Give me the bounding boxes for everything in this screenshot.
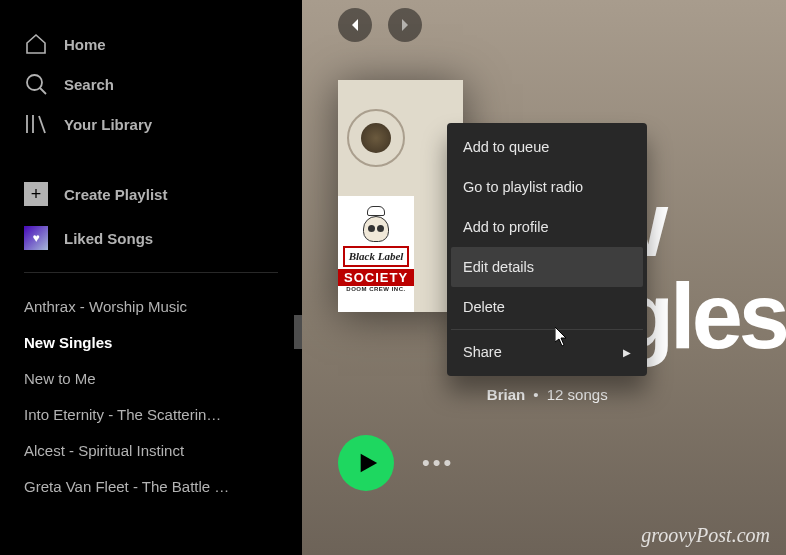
- playlist-owner[interactable]: Brian: [487, 386, 525, 403]
- sidebar-nav-secondary: + Create Playlist ♥ Liked Songs: [0, 172, 302, 260]
- playlist-controls: •••: [338, 435, 786, 491]
- home-icon: [24, 32, 48, 56]
- menu-edit-details[interactable]: Edit details: [451, 247, 643, 287]
- sidebar: Home Search Your Library + Create Playli…: [0, 0, 302, 555]
- more-options-button[interactable]: •••: [422, 450, 454, 476]
- library-icon: [24, 112, 48, 136]
- playlist-item[interactable]: New to Me: [24, 361, 278, 397]
- liked-songs[interactable]: ♥ Liked Songs: [24, 216, 278, 260]
- sidebar-nav-main: Home Search Your Library: [0, 24, 302, 144]
- plus-icon: +: [24, 182, 48, 206]
- create-playlist[interactable]: + Create Playlist: [24, 172, 278, 216]
- menu-share-label: Share: [463, 344, 502, 360]
- scrollbar-thumb[interactable]: [294, 315, 302, 349]
- create-playlist-label: Create Playlist: [64, 186, 167, 203]
- liked-songs-label: Liked Songs: [64, 230, 153, 247]
- chevron-left-icon: [347, 17, 363, 33]
- history-nav: [338, 8, 786, 42]
- playlist-item[interactable]: Alcest - Spiritual Instinct: [24, 433, 278, 469]
- cover-tile-3-text2: SOCIETY: [338, 269, 414, 286]
- playlist-item[interactable]: New Singles: [24, 325, 278, 361]
- watermark: groovyPost.com: [641, 524, 770, 547]
- cover-tile-3-sub: DOOM CREW INC.: [346, 286, 405, 292]
- nav-forward-button[interactable]: [388, 8, 422, 42]
- heart-icon: ♥: [24, 226, 48, 250]
- playlist-item[interactable]: Into Eternity - The Scatterin…: [24, 397, 278, 433]
- search-icon: [24, 72, 48, 96]
- cover-tile-1: [338, 80, 414, 196]
- svg-line-1: [40, 88, 46, 94]
- nav-library[interactable]: Your Library: [24, 104, 278, 144]
- playlist-item[interactable]: Greta Van Fleet - The Battle …: [24, 469, 278, 505]
- menu-share[interactable]: Share ▶: [451, 332, 643, 372]
- nav-search-label: Search: [64, 76, 114, 93]
- svg-line-4: [39, 116, 45, 133]
- playlist-item[interactable]: Anthrax - Worship Music: [24, 289, 278, 325]
- playlist-meta: Brian • 12 songs: [487, 386, 786, 403]
- meta-separator: •: [533, 386, 538, 403]
- menu-go-to-radio[interactable]: Go to playlist radio: [451, 167, 643, 207]
- menu-add-to-queue[interactable]: Add to queue: [451, 127, 643, 167]
- nav-home[interactable]: Home: [24, 24, 278, 64]
- menu-divider: [451, 329, 643, 330]
- playlist-song-count: 12 songs: [547, 386, 608, 403]
- play-icon: [357, 452, 379, 474]
- cover-tile-3: Black Label SOCIETY DOOM CREW INC.: [338, 196, 414, 312]
- nav-home-label: Home: [64, 36, 106, 53]
- sidebar-divider: [24, 272, 278, 273]
- nav-search[interactable]: Search: [24, 64, 278, 104]
- chevron-right-icon: ▶: [623, 347, 631, 358]
- app-root: Home Search Your Library + Create Playli…: [0, 0, 786, 555]
- playlist-cover[interactable]: Black Label SOCIETY DOOM CREW INC.: [338, 80, 463, 312]
- playlist-list: Anthrax - Worship Music New Singles New …: [0, 281, 302, 505]
- nav-back-button[interactable]: [338, 8, 372, 42]
- menu-delete[interactable]: Delete: [451, 287, 643, 327]
- context-menu: Add to queue Go to playlist radio Add to…: [447, 123, 647, 376]
- svg-point-0: [27, 75, 42, 90]
- menu-add-to-profile[interactable]: Add to profile: [451, 207, 643, 247]
- nav-library-label: Your Library: [64, 116, 152, 133]
- play-button[interactable]: [338, 435, 394, 491]
- chevron-right-icon: [397, 17, 413, 33]
- cover-tile-3-text1: Black Label: [343, 246, 410, 266]
